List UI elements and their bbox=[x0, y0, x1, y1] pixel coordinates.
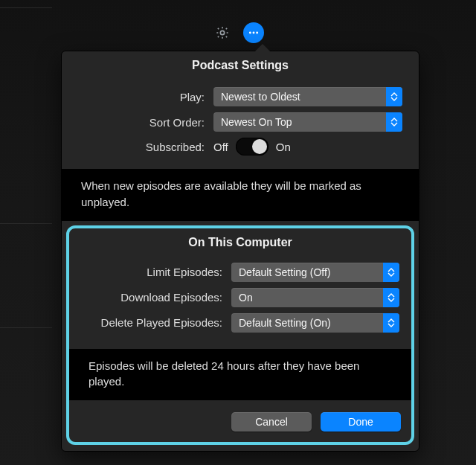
section-title: On This Computer bbox=[69, 228, 411, 254]
subscribed-row: Subscribed: Off On bbox=[78, 138, 402, 155]
limit-value: Default Setting (Off) bbox=[239, 266, 330, 278]
download-value: On bbox=[239, 292, 253, 304]
svg-point-0 bbox=[220, 31, 224, 34]
subscribed-off-label: Off bbox=[213, 141, 228, 153]
limit-select[interactable]: Default Setting (Off) bbox=[231, 263, 399, 282]
chevron-updown-icon bbox=[386, 87, 402, 106]
chevron-updown-icon bbox=[383, 288, 399, 307]
toggle-knob bbox=[252, 139, 267, 154]
subscribed-toggle[interactable] bbox=[236, 138, 268, 155]
settings-button[interactable] bbox=[212, 22, 233, 43]
footer-buttons: Cancel Done bbox=[69, 408, 411, 436]
svg-point-1 bbox=[249, 32, 251, 34]
cancel-button[interactable]: Cancel bbox=[231, 412, 312, 432]
settings-form: Play: Newest to Oldest Sort Order: Ne bbox=[62, 78, 419, 169]
chevron-updown-icon bbox=[383, 313, 399, 333]
svg-point-2 bbox=[253, 32, 255, 34]
gear-icon bbox=[215, 25, 230, 40]
chevron-updown-icon bbox=[386, 112, 402, 132]
delete-note: Episodes will be deleted 24 hours after … bbox=[69, 349, 411, 401]
sort-row: Sort Order: Newest On Top bbox=[78, 112, 402, 132]
play-label: Play: bbox=[78, 91, 213, 103]
sort-label: Sort Order: bbox=[78, 116, 213, 129]
header-icons bbox=[0, 22, 476, 43]
play-select[interactable]: Newest to Oldest bbox=[213, 87, 402, 106]
play-value: Newest to Oldest bbox=[221, 91, 300, 103]
play-row: Play: Newest to Oldest bbox=[78, 87, 402, 106]
subscribed-on-label: On bbox=[276, 141, 291, 153]
download-label: Download Episodes: bbox=[81, 291, 231, 304]
download-select[interactable]: On bbox=[231, 288, 399, 307]
delete-value: Default Setting (On) bbox=[239, 317, 331, 329]
unplayed-note: When new episodes are available they wil… bbox=[62, 169, 419, 221]
limit-label: Limit Episodes: bbox=[81, 266, 231, 278]
delete-select[interactable]: Default Setting (On) bbox=[231, 313, 399, 333]
download-row: Download Episodes: On bbox=[81, 288, 399, 307]
delete-label: Delete Played Episodes: bbox=[81, 316, 231, 329]
popover-title: Podcast Settings bbox=[62, 51, 419, 78]
computer-form: Limit Episodes: Default Setting (Off) Do… bbox=[69, 254, 411, 346]
delete-row: Delete Played Episodes: Default Setting … bbox=[81, 313, 399, 333]
limit-row: Limit Episodes: Default Setting (Off) bbox=[81, 263, 399, 282]
on-this-computer-section: On This Computer Limit Episodes: Default… bbox=[66, 225, 414, 446]
svg-point-3 bbox=[256, 32, 258, 34]
ellipsis-icon bbox=[248, 27, 260, 39]
podcast-settings-popover: Podcast Settings Play: Newest to Oldest … bbox=[61, 51, 419, 452]
chevron-updown-icon bbox=[383, 263, 399, 282]
subscribed-label: Subscribed: bbox=[78, 141, 213, 153]
more-button[interactable] bbox=[243, 22, 264, 43]
sort-select[interactable]: Newest On Top bbox=[213, 112, 402, 132]
window: Podcast Settings Play: Newest to Oldest … bbox=[0, 0, 476, 465]
done-button[interactable]: Done bbox=[321, 412, 401, 432]
sort-value: Newest On Top bbox=[221, 116, 292, 128]
